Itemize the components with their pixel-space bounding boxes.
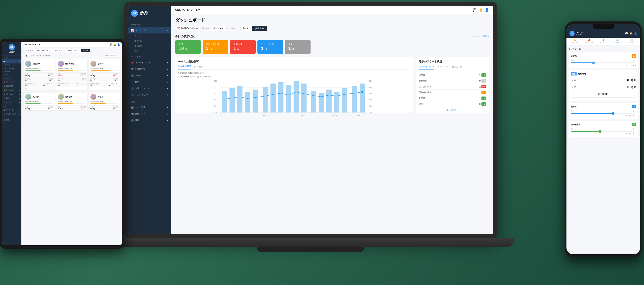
mental-slider[interactable] [571,131,636,132]
see-all-link[interactable]: すべて見る › [419,107,486,112]
position-filter[interactable]: FW ▾ [240,26,250,31]
bar-1 [222,91,227,112]
tablet-sub-status[interactable]: ステータス履歴 [2,67,22,70]
nav-infection[interactable]: 🍎 感染症・食事 [582,38,596,45]
sidebar-item-treatment[interactable]: 👤 トリートメント ▾ [128,85,171,92]
nav-weekly[interactable]: 📰 週刊総括 [625,38,639,45]
alert-tab-infection[interactable]: 感染症対策 [451,65,462,70]
am-min-spin: ▲ 30 ▼ [631,84,633,90]
t-user-icon[interactable]: 👤 [117,43,120,46]
date-filter[interactable]: 📅 2021/06/10(木) ▾ [175,26,200,31]
caret-icon: ▾ [167,62,168,64]
sidebar-item-condition[interactable]: ❤️ コンディション ▾ [128,59,171,66]
sidebar-item-training[interactable]: ⚙️ トレーニング ▾ [128,72,171,79]
tablet-brand[interactable]: ONE TAP SPORTS ▾ [24,44,40,46]
t-chat-icon[interactable]: 💬 [110,43,112,46]
pm-suffix: 分 [634,79,636,82]
phone-screen: OT ONE TAPSPORTS 💬 🔔 👤 💪 フィジカル 🍎 感染症・食事 [566,25,640,254]
schedule-icon: 📅 [131,106,134,109]
laptop-logo: OT ONE TAPSPORTS [128,6,171,21]
tablet-condition[interactable]: ❤️ コンディション ▾ [2,80,22,84]
tablet-infection[interactable]: 🛡️ 感染症対策 ▾ [2,84,22,88]
sleep-title: 睡眠時間 [578,73,586,75]
tablet-main: ONE TAP SPORTS ▾ 💬 🔔 👤 📅 2022/06 [22,42,122,245]
status-num-0: 10 +4 [178,46,198,51]
t-cal-icon: 📅 [4,109,5,111]
tab-distance[interactable]: 走行距離 [194,65,202,70]
nav-physical[interactable]: 💪 フィジカル [568,38,582,45]
sidebar-sub-player-detail[interactable]: 選手詳細 [128,43,171,48]
filter-button[interactable]: 絞り込み [252,26,267,31]
p-bell-icon[interactable]: 🔔 [630,32,633,35]
sidebar-item-injury[interactable]: 🩺 インジュリー ▾ [128,92,171,98]
tablet-scouting[interactable]: 🔍 スカウティング ▾ [2,112,22,116]
laptop-brand[interactable]: ONE TAP SPORTS ▾ [175,8,200,11]
sidebar-sub-team[interactable]: チーム [128,34,171,38]
laptop-device: OT ONE TAPSPORTS データ分析 📊 ダッシュボード ▾ チーム 選… [107,2,514,277]
alert-tab-training[interactable]: トレーニング [436,65,449,70]
team-filter[interactable]: チームA ▾ [211,26,225,31]
tablet-training[interactable]: ⚙️ トレーニング ▾ [2,92,22,96]
tab-session-rpe[interactable]: SessionRPE [178,65,191,70]
alert-row-5: 体重 0 +1 [419,101,486,107]
tablet-sub-detail[interactable]: 選手詳細 [2,70,22,73]
p-user-icon[interactable]: 👤 [634,32,637,35]
mental-thumb[interactable] [599,130,602,133]
fatigue-reset[interactable]: ✕リセットする [571,64,636,66]
heat-labels: 高い 低い [571,110,636,112]
t-team-filter[interactable]: チーム チームA ▾ [35,49,50,52]
t-position-filter[interactable]: ポジション -- ▾ [51,49,64,52]
nav-dashboard[interactable]: 📊 ダッシュボード [610,38,624,45]
ci-line-legend [178,77,180,77]
t-status-filter[interactable]: ステータス 全て ▾ [65,49,80,52]
pm-up-btn[interactable]: ▲ [631,77,633,79]
am-down-btn[interactable]: ▼ [631,88,633,90]
heat-slider[interactable] [571,113,636,114]
tablet-meal[interactable]: 🍴 食事 ▾ [2,96,22,100]
tablet-sidebar-dashboard[interactable]: 📊 ダッシュボード ▾ [2,59,22,64]
stats-row-0a: 体重 68.3kg 睡眠時間 8.5 [24,72,55,77]
sidebar-item-meal[interactable]: 🍴 食事 ▾ [128,79,171,85]
tablet-settings[interactable]: ⚙️ 設定 ▾ [2,118,22,122]
t-status-sort[interactable]: 参加ステータス順 ▾ [104,54,120,58]
fatigue-thumb[interactable] [592,62,595,64]
p-chat-icon[interactable]: 💬 [625,32,628,35]
sidebar-item-settings[interactable]: ⚙️ 設定 ▾ [128,117,171,124]
condition-bar-3 [24,103,55,105]
tablet-injury[interactable]: 🩺 インジュリー ▾ [2,100,22,104]
tablet-sub-settings[interactable]: 設定 [2,73,22,76]
tablet-schedule[interactable]: 📅 チーム予定 ▾ [2,108,22,112]
status-history-link[interactable]: ステータス履歴 › [472,35,489,38]
am-up-btn[interactable]: ▲ [631,84,633,86]
mental-header: 精神的疲労 45 [571,123,636,126]
pm-label: PM 23 [571,79,576,81]
sidebar-item-infection[interactable]: 🛡️ 感染症対策 ▾ [128,66,171,72]
tablet-physical[interactable]: 💪 フィジカル ▾ [2,88,22,92]
user-icon[interactable]: 👤 [485,8,489,12]
chat-icon[interactable]: 💬 [473,8,476,12]
heat-section: 熱感感 65 高い 低い ✕リセットする [568,103,638,119]
fatigue-slider[interactable] [571,62,636,63]
mental-reset[interactable]: ✕リセットする [571,133,636,135]
status-card-unavailable: 参加不可 1 +4 [230,40,256,54]
alert-toggle[interactable]: ☐ アラートがある人のみ表示する [29,55,52,57]
sidebar-item-schedule[interactable]: 📅 チーム予定 ▾ [128,104,171,111]
heat-thumb[interactable] [612,112,614,115]
sidebar-sub-settings[interactable]: 設定 [128,48,171,53]
sidebar-section-contact: 連絡 [128,98,171,104]
alert-tab-condition[interactable]: コンディション [419,65,434,70]
t-filter-btn[interactable]: 絞り込み [81,49,90,52]
bell-icon[interactable]: 🔔 [479,8,482,12]
sidebar-item-share[interactable]: 📢 連絡・共有 ▾ [128,111,171,117]
sidebar-sub-players[interactable]: 選手一覧 [128,38,171,43]
tablet-sub-players[interactable]: 選手一覧 [2,64,22,67]
t-date-filter[interactable]: 📅 2022/06 [24,49,34,52]
mental-section: 精神的疲労 45 高い 低い ✕リセットする [568,121,638,137]
phone-bottom-nav: 💪 フィジカル 🍎 感染症・食事 🧘 ボディケア 📊 ダッシュボード 📰 [566,38,640,46]
sidebar-item-dashboard[interactable]: 📊 ダッシュボード ▾ [128,27,171,34]
heat-reset[interactable]: ✕リセットする [571,115,636,117]
nav-bodycare[interactable]: 🧘 ボディケア [596,38,610,45]
pm-down-btn[interactable]: ▼ [631,81,633,83]
weekly-icon: 📰 [626,39,638,41]
t-bell-icon[interactable]: 🔔 [114,43,116,46]
